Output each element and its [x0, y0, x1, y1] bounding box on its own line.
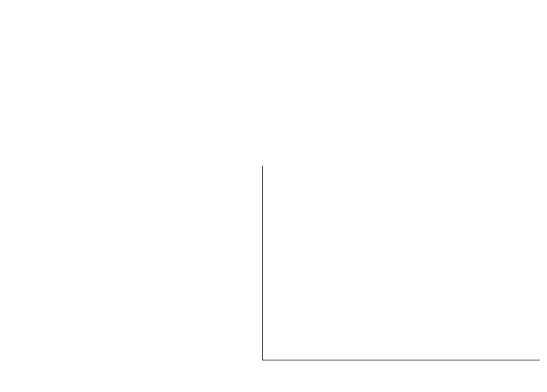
- call-report-screen: [0, 0, 547, 392]
- calls-by-date-chart: [262, 166, 540, 360]
